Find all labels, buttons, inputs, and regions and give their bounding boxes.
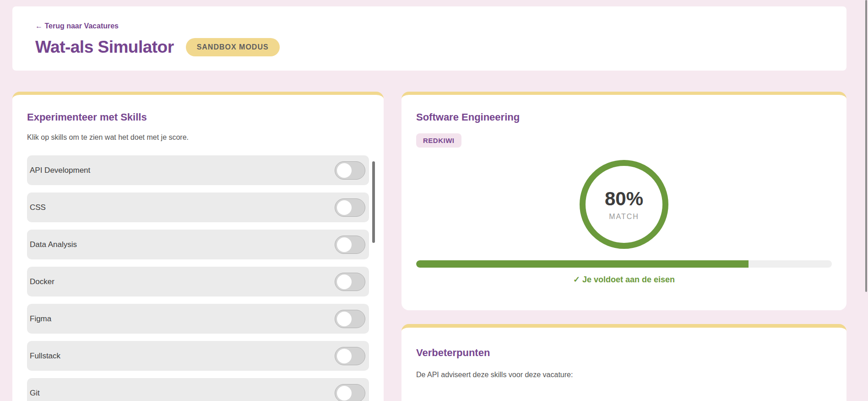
toggle-knob [337,312,352,326]
improvements-title: Verbeterpunten [416,347,832,359]
skill-toggle[interactable] [335,236,365,254]
skill-name: Figma [30,314,51,324]
improvements-description: De API adviseert deze skills voor deze v… [416,371,832,379]
match-label: MATCH [609,213,639,221]
skill-toggle[interactable] [335,161,365,180]
content-columns: Experimenteer met Skills Klik op skills … [12,92,846,401]
title-row: Wat-als Simulator SANDBOX MODUS [35,38,846,57]
right-column: Software Engineering REDKIWI 80% MATCH ✓… [401,92,846,401]
skill-row-figma[interactable]: Figma [27,304,369,334]
toggle-knob [337,163,352,178]
page-container: ← Terug naar Vacatures Wat-als Simulator… [12,6,846,401]
match-progress-fill [416,260,749,268]
skill-name: Fullstack [30,352,60,361]
toggle-knob [337,200,352,215]
skill-name: Git [30,389,40,398]
skill-row-git[interactable]: Git [27,378,369,401]
page-scrollbar[interactable] [865,0,867,292]
vacancy-title: Software Engineering [416,111,832,123]
skill-toggle[interactable] [335,347,365,365]
match-percent: 80% [605,188,643,210]
skill-row-data-analysis[interactable]: Data Analysis [27,230,369,259]
toggle-knob [337,275,352,289]
improvements-panel: Verbeterpunten De API adviseert deze ski… [401,324,846,401]
skill-toggle[interactable] [335,198,365,217]
skill-toggle[interactable] [335,384,365,401]
skills-panel: Experimenteer met Skills Klik op skills … [12,92,384,401]
sandbox-mode-badge: SANDBOX MODUS [186,38,280,56]
skill-toggle[interactable] [335,310,365,328]
skills-panel-title: Experimenteer met Skills [27,111,369,123]
match-progress-track [416,260,832,268]
skill-name: Data Analysis [30,240,77,249]
skill-row-fullstack[interactable]: Fullstack [27,341,369,371]
skill-name: API Development [30,166,90,175]
page-title: Wat-als Simulator [35,38,174,57]
skill-toggle[interactable] [335,273,365,291]
skill-row-api-development[interactable]: API Development [27,155,369,185]
skill-row-css[interactable]: CSS [27,192,369,222]
match-panel: Software Engineering REDKIWI 80% MATCH ✓… [401,92,846,310]
toggle-knob [337,386,352,401]
requirements-status: ✓ Je voldoet aan de eisen [416,275,832,285]
skill-list-scrollbar[interactable] [372,161,375,243]
skill-row-docker[interactable]: Docker [27,267,369,297]
skills-panel-subtitle: Klik op skills om te zien wat het doet m… [27,133,369,142]
back-to-vacancies-link[interactable]: ← Terug naar Vacatures [35,22,119,30]
skill-list: API Development CSS Data Analysis Docker [27,155,369,401]
company-badge: REDKIWI [416,133,461,148]
toggle-knob [337,237,352,252]
skill-name: CSS [30,203,46,212]
match-gauge: 80% MATCH [580,160,668,249]
skill-name: Docker [30,277,54,286]
header: ← Terug naar Vacatures Wat-als Simulator… [12,6,846,71]
toggle-knob [337,349,352,363]
